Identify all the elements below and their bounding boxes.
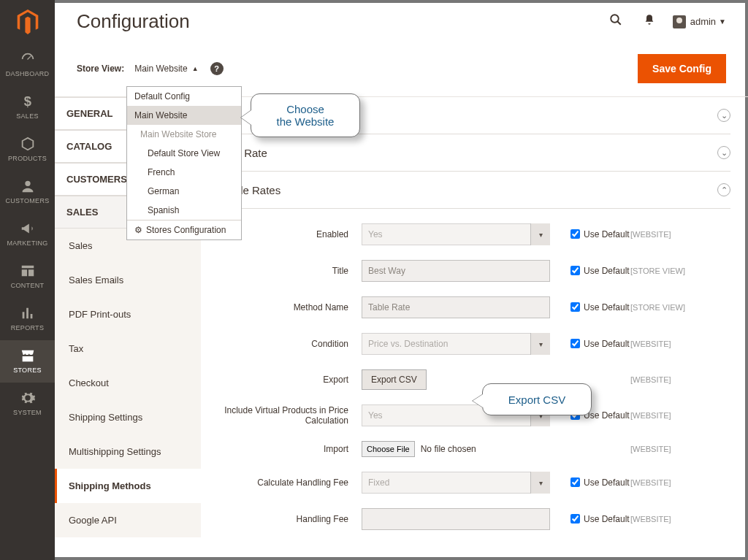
file-status-text: No file chosen (421, 444, 476, 454)
sidebar-link-shipping-settings[interactable]: Shipping Settings (55, 400, 201, 434)
field-condition: Condition Price vs. Destination Use Defa… (223, 326, 730, 362)
field-title: Title Use Default [STORE VIEW] (223, 253, 730, 289)
chevron-up-icon: ⌃ (717, 183, 730, 196)
title-use-default[interactable]: Use Default (570, 266, 630, 276)
config-content: F⌄ Flat Rate⌄ Table Rates⌃ Enabled Yes U… (201, 97, 748, 560)
page-title: Configuration (77, 10, 190, 33)
nav-reports[interactable]: REPORTS (0, 298, 55, 340)
nav-marketing[interactable]: MARKETING (0, 213, 55, 256)
store-view-label: Store View: (77, 64, 124, 74)
caret-down-icon: ▼ (719, 18, 726, 26)
sidebar-link-checkout[interactable]: Checkout (55, 366, 201, 400)
export-csv-button[interactable]: Export CSV (362, 369, 427, 390)
handling-fee-input[interactable] (362, 508, 550, 530)
sidebar-link-shipping-methods[interactable]: Shipping Methods (55, 469, 201, 503)
condition-use-default[interactable]: Use Default (570, 339, 630, 349)
scope-option-french[interactable]: French (127, 163, 241, 182)
sidebar-link-multishipping[interactable]: Multishipping Settings (55, 434, 201, 469)
field-export: Export Export CSV [WEBSITE] (223, 362, 730, 397)
title-input[interactable] (362, 260, 550, 282)
admin-username: admin (690, 16, 716, 27)
gear-icon: ⚙ (134, 225, 142, 235)
scope-option-spanish[interactable]: Spanish (127, 201, 241, 220)
admin-nav: DASHBOARD $SALES PRODUCTS CUSTOMERS MARK… (0, 0, 55, 560)
nav-stores[interactable]: STORES (0, 340, 55, 383)
sidebar-link-tax[interactable]: Tax (55, 331, 201, 366)
scope-option-german[interactable]: German (127, 182, 241, 201)
help-icon[interactable]: ? (210, 62, 224, 75)
svg-text:$: $ (23, 93, 31, 109)
enabled-select[interactable]: Yes (362, 223, 550, 245)
method-name-input[interactable] (362, 296, 550, 318)
section-flat-rate[interactable]: Flat Rate⌄ (223, 134, 730, 172)
sidebar-link-google-api[interactable]: Google API (55, 503, 201, 537)
notifications-icon[interactable] (639, 14, 660, 29)
method-name-use-default[interactable]: Use Default (570, 302, 630, 312)
nav-products[interactable]: PRODUCTS (0, 129, 55, 171)
nav-system[interactable]: SYSTEM (0, 383, 55, 425)
enabled-use-default[interactable]: Use Default (570, 229, 630, 239)
field-enabled: Enabled Yes Use Default [WEBSITE] (223, 216, 730, 253)
triangle-up-icon: ▲ (192, 65, 199, 72)
callout-export-csv: Export CSV (482, 383, 592, 415)
field-import: Import Choose FileNo file chosen [WEBSIT… (223, 434, 730, 464)
scope-option-main-website[interactable]: Main Website (127, 106, 241, 125)
nav-dashboard[interactable]: DASHBOARD (0, 44, 55, 86)
store-view-dropdown: Default Config Main Website Main Website… (126, 86, 242, 240)
magento-logo[interactable] (0, 0, 55, 44)
callout-choose-website: Choose the Website (251, 93, 360, 137)
store-view-switcher[interactable]: Main Website ▲ (134, 64, 198, 74)
field-method-name: Method Name Use Default [STORE VIEW] (223, 289, 730, 326)
condition-select[interactable]: Price vs. Destination (362, 333, 550, 355)
admin-user-menu[interactable]: admin ▼ (673, 15, 726, 28)
field-calc-handling-fee: Calculate Handling Fee Fixed Use Default… (223, 464, 730, 501)
scope-stores-configuration[interactable]: ⚙Stores Configuration (127, 220, 241, 239)
sidebar-link-sales-emails[interactable]: Sales Emails (55, 263, 201, 297)
scope-option-default-config[interactable]: Default Config (127, 87, 241, 106)
handling-fee-use-default[interactable]: Use Default (570, 514, 630, 524)
field-handling-fee: Handling Fee Use Default [WEBSITE] (223, 501, 730, 537)
nav-customers[interactable]: CUSTOMERS (0, 171, 55, 213)
user-avatar-icon (673, 15, 686, 28)
nav-content[interactable]: CONTENT (0, 256, 55, 298)
calc-fee-use-default[interactable]: Use Default (570, 477, 630, 488)
calc-fee-select[interactable]: Fixed (362, 472, 550, 494)
section-table-rates[interactable]: Table Rates⌃ (223, 172, 730, 209)
svg-point-1 (611, 15, 619, 23)
top-bar: Configuration admin ▼ (55, 0, 748, 44)
choose-file-button[interactable]: Choose File (362, 441, 415, 457)
nav-sales[interactable]: $SALES (0, 86, 55, 129)
sidebar-link-pdf[interactable]: PDF Print-outs (55, 297, 201, 331)
chevron-down-icon: ⌄ (717, 146, 730, 159)
search-icon[interactable] (606, 13, 626, 30)
scope-option-main-website-store[interactable]: Main Website Store (127, 125, 241, 144)
save-config-button[interactable]: Save Config (638, 54, 726, 83)
chevron-down-icon: ⌄ (717, 109, 730, 122)
scope-option-default-store-view[interactable]: Default Store View (127, 144, 241, 163)
